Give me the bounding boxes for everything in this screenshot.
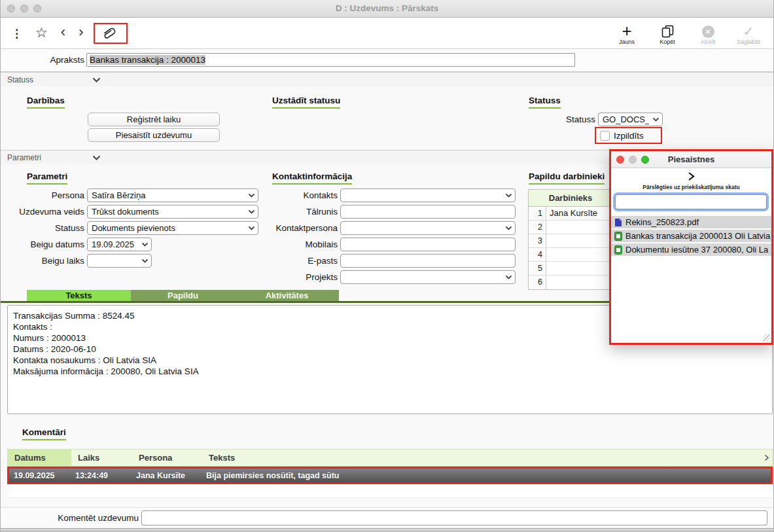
cancel-button[interactable]: ✕ Atcelt [692,22,724,45]
completed-checkbox[interactable] [600,131,610,141]
selected-comment-row[interactable]: 19.09.2025 13:24:49 Jana Kursīte Bija pi… [7,467,773,484]
task-status-select[interactable]: Dokuments pievienots [87,221,258,235]
end-date-select[interactable]: 19.09.2025 [87,238,152,251]
table-row[interactable]: 5 [529,262,612,275]
window-bottom-edge [1,528,773,532]
email-input[interactable] [340,254,516,268]
column-header-datums[interactable]: Datums [8,450,71,466]
description-input[interactable]: Bankas transakcija : 2000013 [86,53,575,67]
register-time-button[interactable]: Reģistrēt laiku [88,113,220,126]
project-select[interactable] [340,270,516,284]
comment-time: 13:24:49 [71,469,132,482]
list-item[interactable]: Dokumentu iesūtne 37 200080, Oli La [611,243,771,256]
list-item[interactable]: Bankas transakcija 2000013 Oli Latvia [611,230,771,242]
chevron-down-icon [502,271,515,283]
back-icon[interactable]: ‹ [61,27,65,37]
employees-table: Darbinieks 1 Jana Kursīte 2 3 4 5 [528,189,613,290]
attach-task-button[interactable]: Piesaistīt uzdevumu [88,128,220,142]
comment-text: Bija piemirsies nosūtīt, tagad sūtu [202,469,771,482]
comments-table: Datums Laiks Persona Teksts 19.09.2025 1… [7,449,773,512]
paperclip-annotation-box [94,23,128,44]
attachments-search-input[interactable] [615,194,767,209]
tab-aktivitates[interactable]: Aktivitātes [235,290,339,301]
person-label: Persona [6,190,84,200]
green-doc-icon [614,232,622,241]
comment-date: 19.09.2025 [9,469,71,482]
person-select[interactable]: Satīra Bērziņa [87,188,258,202]
cancel-icon: ✕ [702,26,714,38]
new-button[interactable]: + Jauns [611,22,642,45]
column-header-laiks[interactable]: Laiks [71,450,132,466]
plus-icon: + [622,24,631,38]
contact-info-title: Kontaktinformācija [272,171,352,185]
header-chevron-right-icon[interactable] [762,450,772,466]
phone-input[interactable] [340,205,516,219]
chevron-down-icon [649,113,662,126]
employees-column-header[interactable]: Darbinieks [529,190,612,207]
chevron-down-icon [92,155,101,160]
text-line: Datums : 2020-06-10 [13,344,767,355]
task-status-label: Statuss [6,223,84,233]
list-item[interactable]: Rekins_250823.pdf [611,216,771,228]
chevron-down-icon [245,222,258,234]
chevron-down-icon [138,238,151,251]
column-header-persona[interactable]: Persona [132,450,202,466]
end-date-label: Beigu datums [6,239,84,249]
contact-person-select[interactable] [340,221,516,235]
chevron-down-icon [502,222,515,234]
kebab-menu-icon[interactable]: ⋮ [11,27,22,41]
app-window: D : Uzdevums : Pārskats ⋮ ☆ ‹ › + Jauns [0,0,774,532]
copy-icon [661,25,674,38]
save-button[interactable]: ✓ Saglabāt [733,22,764,45]
attachments-list: Rekins_250823.pdf Bankas transakcija 200… [611,216,771,257]
column-header-teksts[interactable]: Teksts [202,450,762,466]
table-row[interactable]: 2 [529,221,612,234]
status-title: Statuss [529,96,561,109]
table-row[interactable]: 3 [529,234,612,248]
mobile-input[interactable] [340,238,516,251]
forward-icon[interactable]: › [79,27,83,37]
description-value: Bankas transakcija : 2000013 [90,55,205,65]
table-row[interactable]: 4 [529,248,612,262]
table-row[interactable]: 1 Jana Kursīte [529,207,612,221]
chevron-down-icon [245,205,258,218]
tab-papildu[interactable]: Papildu [131,290,235,301]
chevron-down-icon [138,255,151,267]
chevron-down-icon [502,189,515,202]
end-time-select[interactable] [87,254,152,268]
chevron-down-icon [245,189,258,202]
table-row[interactable]: 6 [529,275,612,289]
completed-annotation-box: Izpildīts [595,127,662,144]
comments-title: Komentāri [22,427,66,440]
project-label: Projekts [262,272,338,282]
tab-teksts[interactable]: Teksts [27,290,131,301]
attachments-window-title: Piesaistnes [611,154,771,164]
set-status-title: Uzstādīt statusu [272,96,340,109]
text-line: Maksājuma informācija : 200080, Oli Latv… [13,366,767,377]
parameters-title: Parametri [27,171,67,185]
green-doc-icon [614,245,622,255]
comment-input[interactable] [141,510,767,525]
email-label: E-pasts [262,256,338,266]
paperclip-icon[interactable] [102,27,119,39]
star-icon[interactable]: ☆ [35,25,48,41]
status-collapse-header[interactable]: Statuss [1,72,773,86]
window-title: D : Uzdevums : Pārskats [1,3,773,13]
empty-comment-row[interactable] [7,484,773,498]
attachments-window: Piesaistnes Pārslēgties uz priekšskatīju… [609,149,773,345]
contact-person-label: Kontaktpersona [262,223,338,233]
preview-toggle-button[interactable]: Pārslēgties uz priekšskatījuma skatu [611,168,771,190]
save-check-icon: ✓ [743,25,754,38]
resize-grip[interactable] [763,334,771,342]
text-line: Kontakta nosaukums : Oli Latvia SIA [13,355,767,366]
status-select[interactable]: GO_DOCS_S [598,113,663,126]
comment-input-label: Komentēt uzdevumu [58,513,139,523]
task-type-select[interactable]: Trūkst dokuments [87,205,258,219]
comment-input-row: Komentēt uzdevumu [1,507,773,528]
mobile-label: Mobilais [262,239,338,249]
pdf-file-icon [614,218,622,227]
copy-button[interactable]: Kopēt [652,22,683,45]
contact-select[interactable] [340,188,516,202]
contact-label: Kontakts [262,190,338,200]
description-row: Apraksts Bankas transakcija : 2000013 [1,49,773,72]
